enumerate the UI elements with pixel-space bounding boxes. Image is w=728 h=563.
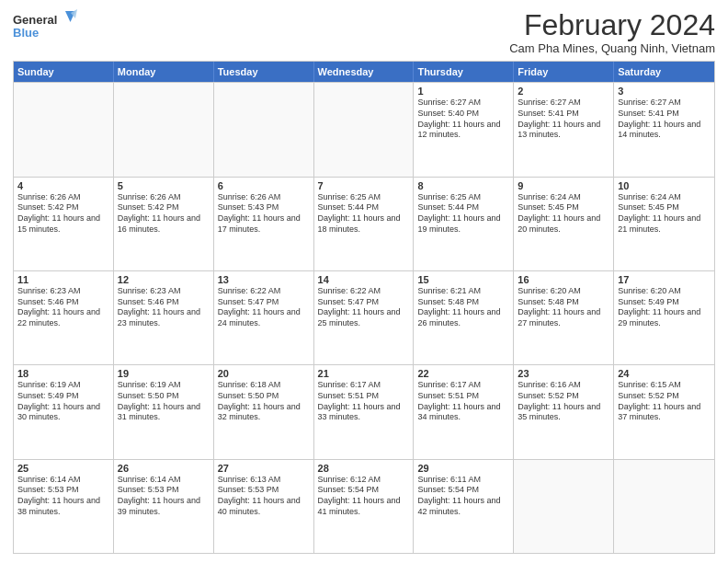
cal-cell: 27Sunrise: 6:13 AM Sunset: 5:53 PM Dayli… <box>214 460 314 553</box>
sun-info: Sunrise: 6:19 AM Sunset: 5:49 PM Dayligh… <box>17 380 109 423</box>
day-number: 14 <box>318 274 410 285</box>
calendar: SundayMondayTuesdayWednesdayThursdayFrid… <box>13 61 715 554</box>
week-row-4: 18Sunrise: 6:19 AM Sunset: 5:49 PM Dayli… <box>14 364 714 458</box>
day-number: 22 <box>417 368 509 379</box>
day-of-week-wednesday: Wednesday <box>314 62 415 82</box>
sun-info: Sunrise: 6:15 AM Sunset: 5:52 PM Dayligh… <box>618 380 711 423</box>
cal-cell: 10Sunrise: 6:24 AM Sunset: 5:45 PM Dayli… <box>614 178 714 270</box>
logo: General Blue <box>13 9 77 48</box>
sun-info: Sunrise: 6:17 AM Sunset: 5:51 PM Dayligh… <box>318 380 410 423</box>
cal-cell: 13Sunrise: 6:22 AM Sunset: 5:47 PM Dayli… <box>214 271 314 364</box>
cal-cell: 29Sunrise: 6:11 AM Sunset: 5:54 PM Dayli… <box>414 460 514 553</box>
sun-info: Sunrise: 6:19 AM Sunset: 5:50 PM Dayligh… <box>118 380 210 423</box>
day-number: 17 <box>618 274 711 285</box>
day-number: 10 <box>618 180 711 191</box>
sun-info: Sunrise: 6:25 AM Sunset: 5:44 PM Dayligh… <box>318 192 410 236</box>
cal-cell: 26Sunrise: 6:14 AM Sunset: 5:53 PM Dayli… <box>114 460 214 553</box>
sun-info: Sunrise: 6:17 AM Sunset: 5:51 PM Dayligh… <box>417 380 509 423</box>
sun-info: Sunrise: 6:11 AM Sunset: 5:54 PM Dayligh… <box>417 475 509 518</box>
day-number: 27 <box>218 463 310 474</box>
week-row-2: 4Sunrise: 6:26 AM Sunset: 5:42 PM Daylig… <box>14 177 714 270</box>
day-of-week-tuesday: Tuesday <box>214 62 314 82</box>
day-number: 3 <box>618 86 711 97</box>
day-number: 29 <box>417 463 509 474</box>
svg-text:General: General <box>13 13 57 27</box>
cal-cell: 19Sunrise: 6:19 AM Sunset: 5:50 PM Dayli… <box>114 365 214 458</box>
cal-cell: 24Sunrise: 6:15 AM Sunset: 5:52 PM Dayli… <box>614 365 714 458</box>
sun-info: Sunrise: 6:12 AM Sunset: 5:54 PM Dayligh… <box>318 475 410 518</box>
day-of-week-thursday: Thursday <box>414 62 514 82</box>
sun-info: Sunrise: 6:23 AM Sunset: 5:46 PM Dayligh… <box>118 286 210 329</box>
day-number: 2 <box>518 86 609 97</box>
sun-info: Sunrise: 6:25 AM Sunset: 5:44 PM Dayligh… <box>417 192 509 236</box>
day-number: 23 <box>518 368 609 379</box>
day-number: 9 <box>518 180 609 191</box>
month-title: February 2024 <box>509 9 715 41</box>
sun-info: Sunrise: 6:26 AM Sunset: 5:42 PM Dayligh… <box>17 192 109 236</box>
day-number: 7 <box>318 180 410 191</box>
day-of-week-saturday: Saturday <box>614 62 714 82</box>
day-number: 13 <box>218 274 310 285</box>
cal-cell <box>514 460 614 553</box>
day-number: 25 <box>17 463 109 474</box>
day-number: 21 <box>318 368 410 379</box>
cal-cell: 3Sunrise: 6:27 AM Sunset: 5:41 PM Daylig… <box>614 83 714 176</box>
cal-cell: 8Sunrise: 6:25 AM Sunset: 5:44 PM Daylig… <box>414 178 514 270</box>
day-number: 26 <box>118 463 210 474</box>
sun-info: Sunrise: 6:20 AM Sunset: 5:48 PM Dayligh… <box>518 286 609 329</box>
sun-info: Sunrise: 6:23 AM Sunset: 5:46 PM Dayligh… <box>17 286 109 329</box>
day-number: 11 <box>17 274 109 285</box>
day-of-week-monday: Monday <box>114 62 214 82</box>
day-number: 4 <box>17 180 109 191</box>
cal-cell: 16Sunrise: 6:20 AM Sunset: 5:48 PM Dayli… <box>514 271 614 364</box>
day-number: 20 <box>218 368 310 379</box>
cal-cell: 28Sunrise: 6:12 AM Sunset: 5:54 PM Dayli… <box>314 460 415 553</box>
sun-info: Sunrise: 6:21 AM Sunset: 5:48 PM Dayligh… <box>417 286 509 329</box>
day-of-week-friday: Friday <box>514 62 614 82</box>
cal-cell: 14Sunrise: 6:22 AM Sunset: 5:47 PM Dayli… <box>314 271 415 364</box>
day-number: 24 <box>618 368 711 379</box>
day-number: 5 <box>118 180 210 191</box>
sun-info: Sunrise: 6:27 AM Sunset: 5:40 PM Dayligh… <box>417 98 509 141</box>
day-number: 15 <box>417 274 509 285</box>
cal-cell <box>214 83 314 176</box>
cal-cell: 18Sunrise: 6:19 AM Sunset: 5:49 PM Dayli… <box>14 365 114 458</box>
sun-info: Sunrise: 6:26 AM Sunset: 5:43 PM Dayligh… <box>218 192 310 236</box>
week-row-3: 11Sunrise: 6:23 AM Sunset: 5:46 PM Dayli… <box>14 270 714 364</box>
day-number: 6 <box>218 180 310 191</box>
sun-info: Sunrise: 6:18 AM Sunset: 5:50 PM Dayligh… <box>218 380 310 423</box>
sun-info: Sunrise: 6:24 AM Sunset: 5:45 PM Dayligh… <box>518 192 609 236</box>
page: General Blue February 2024 Cam Pha Mines… <box>0 0 728 563</box>
cal-cell: 17Sunrise: 6:20 AM Sunset: 5:49 PM Dayli… <box>614 271 714 364</box>
cal-cell: 12Sunrise: 6:23 AM Sunset: 5:46 PM Dayli… <box>114 271 214 364</box>
day-number: 28 <box>318 463 410 474</box>
sun-info: Sunrise: 6:13 AM Sunset: 5:53 PM Dayligh… <box>218 475 310 518</box>
cal-cell: 11Sunrise: 6:23 AM Sunset: 5:46 PM Dayli… <box>14 271 114 364</box>
cal-cell: 22Sunrise: 6:17 AM Sunset: 5:51 PM Dayli… <box>414 365 514 458</box>
cal-cell: 1Sunrise: 6:27 AM Sunset: 5:40 PM Daylig… <box>414 83 514 176</box>
cal-cell: 15Sunrise: 6:21 AM Sunset: 5:48 PM Dayli… <box>414 271 514 364</box>
day-number: 12 <box>118 274 210 285</box>
cal-cell: 23Sunrise: 6:16 AM Sunset: 5:52 PM Dayli… <box>514 365 614 458</box>
cal-cell: 21Sunrise: 6:17 AM Sunset: 5:51 PM Dayli… <box>314 365 415 458</box>
day-number: 18 <box>17 368 109 379</box>
title-block: February 2024 Cam Pha Mines, Quang Ninh,… <box>509 9 715 55</box>
header: General Blue February 2024 Cam Pha Mines… <box>13 9 715 55</box>
cal-cell <box>314 83 415 176</box>
sun-info: Sunrise: 6:14 AM Sunset: 5:53 PM Dayligh… <box>17 475 109 518</box>
calendar-body: 1Sunrise: 6:27 AM Sunset: 5:40 PM Daylig… <box>14 82 714 553</box>
cal-cell <box>614 460 714 553</box>
sun-info: Sunrise: 6:27 AM Sunset: 5:41 PM Dayligh… <box>518 98 609 141</box>
svg-text:Blue: Blue <box>13 26 39 40</box>
sun-info: Sunrise: 6:16 AM Sunset: 5:52 PM Dayligh… <box>518 380 609 423</box>
cal-cell <box>14 83 114 176</box>
week-row-5: 25Sunrise: 6:14 AM Sunset: 5:53 PM Dayli… <box>14 459 714 553</box>
cal-cell: 25Sunrise: 6:14 AM Sunset: 5:53 PM Dayli… <box>14 460 114 553</box>
sun-info: Sunrise: 6:22 AM Sunset: 5:47 PM Dayligh… <box>218 286 310 329</box>
cal-cell: 20Sunrise: 6:18 AM Sunset: 5:50 PM Dayli… <box>214 365 314 458</box>
cal-cell: 6Sunrise: 6:26 AM Sunset: 5:43 PM Daylig… <box>214 178 314 270</box>
day-number: 16 <box>518 274 609 285</box>
week-row-1: 1Sunrise: 6:27 AM Sunset: 5:40 PM Daylig… <box>14 82 714 176</box>
calendar-header: SundayMondayTuesdayWednesdayThursdayFrid… <box>14 62 714 82</box>
day-number: 8 <box>417 180 509 191</box>
